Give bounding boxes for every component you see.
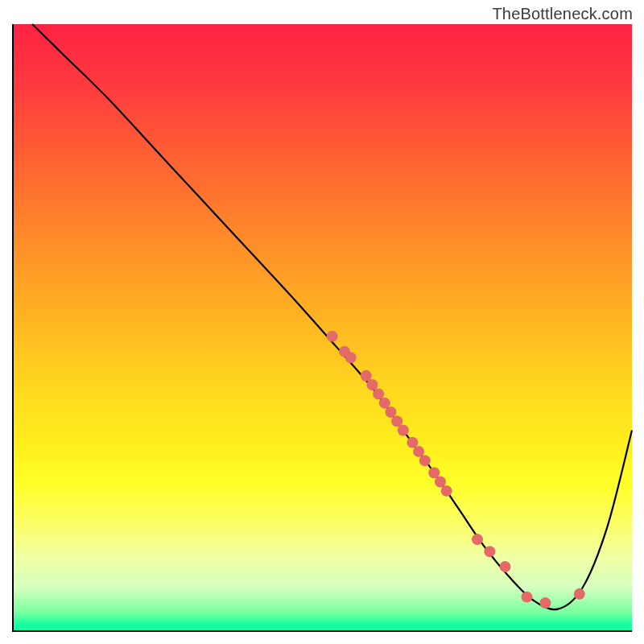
marker-point (441, 485, 452, 497)
marker-point (574, 588, 585, 600)
marker-point (345, 352, 357, 363)
watermark-text: TheBottleneck.com (492, 5, 633, 23)
chart-plot-area (12, 24, 632, 632)
curve-line (32, 24, 632, 609)
marker-point (500, 561, 511, 572)
marker-point (472, 534, 483, 545)
marker-point (539, 597, 551, 609)
marker-point (419, 455, 431, 466)
marker-point (521, 592, 532, 603)
marker-point (435, 477, 446, 488)
marker-group (327, 331, 585, 609)
chart-svg (14, 24, 632, 630)
marker-point (484, 546, 495, 557)
marker-point (398, 425, 409, 436)
marker-point (391, 415, 402, 427)
marker-point (327, 331, 338, 342)
marker-point (366, 379, 378, 390)
